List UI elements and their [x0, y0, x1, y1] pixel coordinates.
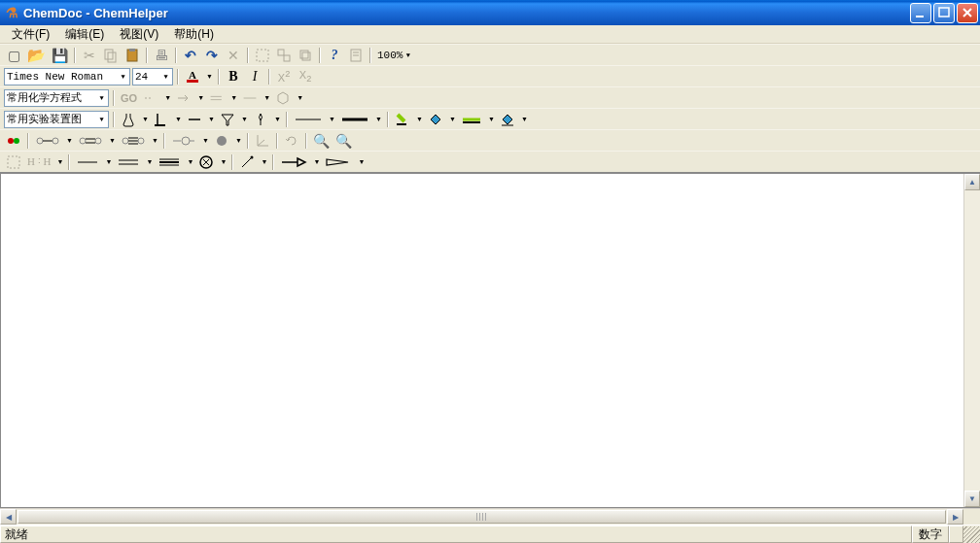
dropdown-arrow-icon[interactable]: ▼: [328, 116, 336, 122]
axis-button[interactable]: [253, 131, 272, 151]
delete-button[interactable]: ✕: [224, 46, 243, 65]
dropdown-arrow-icon[interactable]: ▼: [141, 116, 150, 122]
atom-red-button[interactable]: [4, 131, 23, 151]
equation-preset-combo[interactable]: 常用化学方程式 ▼: [4, 89, 109, 107]
dropdown-arrow-icon[interactable]: ▼: [415, 116, 424, 122]
dropdown-arrow-icon[interactable]: ▼: [108, 137, 117, 144]
dropdown-arrow-icon[interactable]: ▼: [520, 116, 529, 122]
font-color-button[interactable]: A: [183, 67, 202, 86]
close-button[interactable]: [957, 3, 978, 23]
document-canvas[interactable]: [1, 174, 963, 507]
dropdown-arrow-icon[interactable]: ▼: [229, 94, 238, 101]
font-combo[interactable]: Times New Roman ▼: [4, 68, 130, 85]
highlight-green-button[interactable]: [393, 110, 412, 129]
cond-4-button[interactable]: [240, 88, 260, 108]
select-button[interactable]: [4, 153, 23, 172]
pennant-button[interactable]: [323, 153, 354, 172]
dropdown-arrow-icon[interactable]: ▼: [163, 94, 172, 101]
bond-single-button[interactable]: [33, 131, 62, 151]
dropdown-arrow-icon[interactable]: ▼: [219, 158, 228, 165]
dropdown-arrow-icon[interactable]: ▼: [312, 158, 321, 165]
dropdown-arrow-icon[interactable]: ▼: [296, 94, 304, 101]
minimize-button[interactable]: [910, 3, 931, 23]
menu-edit[interactable]: 编辑(E): [57, 25, 112, 44]
benzene-button[interactable]: [273, 88, 293, 108]
scroll-down-button[interactable]: ▼: [964, 491, 980, 507]
superscript-button[interactable]: X2: [274, 67, 294, 86]
zoom-in-button[interactable]: 🔍: [311, 131, 332, 151]
group-button[interactable]: [253, 46, 272, 65]
vertical-scrollbar[interactable]: ▲ ▼: [963, 174, 980, 507]
properties-button[interactable]: [346, 46, 366, 65]
scroll-track[interactable]: [964, 190, 980, 491]
redo-button[interactable]: ↷: [202, 46, 222, 65]
layer-button[interactable]: [296, 46, 315, 65]
scroll-right-button[interactable]: ▶: [947, 509, 963, 525]
dropdown-arrow-icon[interactable]: ▼: [55, 158, 64, 165]
dropdown-arrow-icon[interactable]: ▼: [448, 116, 457, 122]
subscript-button[interactable]: X2: [296, 67, 315, 86]
dropdown-arrow-icon[interactable]: ▼: [151, 137, 159, 144]
dropdown-arrow-icon[interactable]: ▼: [374, 116, 383, 122]
dropdown-arrow-icon[interactable]: ▼: [262, 94, 271, 101]
dropdown-arrow-icon[interactable]: ▼: [487, 116, 496, 122]
flask-button[interactable]: [119, 110, 138, 129]
print-button[interactable]: 🖶: [152, 46, 171, 65]
line-thick-button[interactable]: [338, 110, 371, 129]
cond-3-button[interactable]: [207, 88, 227, 108]
dropdown-arrow-icon[interactable]: ▼: [174, 116, 183, 122]
dropdown-arrow-icon[interactable]: ▼: [201, 137, 210, 144]
fill-blue2-button[interactable]: [498, 110, 517, 129]
undo-button[interactable]: ↶: [181, 46, 200, 65]
ungroup-button[interactable]: [274, 46, 294, 65]
dropdown-arrow-icon[interactable]: ▼: [234, 137, 243, 144]
apparatus-preset-combo[interactable]: 常用实验装置图 ▼: [4, 111, 109, 128]
zoom-out-button[interactable]: 🔍: [333, 131, 354, 151]
bond-triple-button[interactable]: [119, 131, 148, 151]
rotate-button[interactable]: [282, 131, 301, 151]
dropdown-arrow-icon[interactable]: ▼: [65, 137, 74, 144]
menu-file[interactable]: 文件(F): [4, 25, 57, 44]
open-button[interactable]: 📂: [25, 46, 48, 65]
save-button[interactable]: 💾: [50, 46, 70, 65]
bond-line-button[interactable]: [74, 153, 101, 172]
menu-help[interactable]: 帮助(H): [166, 25, 222, 44]
burner-button[interactable]: [251, 110, 270, 129]
scroll-track[interactable]: [17, 509, 947, 525]
scroll-left-button[interactable]: ◀: [0, 509, 17, 525]
go-button[interactable]: GO: [119, 88, 139, 108]
bond-double-button[interactable]: [76, 131, 105, 151]
funnel-button[interactable]: [218, 110, 237, 129]
dropdown-arrow-icon[interactable]: ▼: [240, 116, 249, 122]
dropdown-arrow-icon[interactable]: ▼: [260, 158, 268, 165]
ring-button[interactable]: [196, 153, 216, 172]
help-button[interactable]: ?: [325, 46, 344, 65]
horizontal-scrollbar[interactable]: ◀ ▶: [0, 508, 980, 525]
atom-outline-button[interactable]: [169, 131, 198, 151]
zoom-combo[interactable]: 100% ▼: [375, 47, 430, 64]
stand-button[interactable]: [152, 110, 171, 129]
dropdown-arrow-icon[interactable]: ▼: [196, 94, 205, 101]
cond-2-button[interactable]: [174, 88, 193, 108]
dropdown-arrow-icon[interactable]: ▼: [145, 158, 154, 165]
dropdown-arrow-icon[interactable]: ▼: [207, 116, 216, 122]
diag-line-button[interactable]: [237, 153, 257, 172]
line-thin-button[interactable]: [292, 110, 325, 129]
italic-button[interactable]: I: [245, 67, 264, 86]
cond-1-button[interactable]: [141, 88, 160, 108]
dropdown-arrow-icon[interactable]: ▼: [273, 116, 282, 122]
atom-filled-button[interactable]: [212, 131, 231, 151]
scroll-up-button[interactable]: ▲: [964, 174, 980, 190]
bond-tpl-button[interactable]: [156, 153, 183, 172]
hh-button[interactable]: H ∶ H: [25, 153, 52, 172]
fill-blue-button[interactable]: [426, 110, 445, 129]
dropdown-arrow-icon[interactable]: ▼: [104, 158, 113, 165]
menu-view[interactable]: 视图(V): [112, 25, 166, 44]
cut-button[interactable]: ✂: [80, 46, 99, 65]
arrow-open-button[interactable]: [278, 153, 309, 172]
paste-button[interactable]: [122, 46, 142, 65]
bold-button[interactable]: B: [224, 67, 243, 86]
dropdown-arrow-icon[interactable]: ▼: [205, 73, 214, 80]
highlight-line-button[interactable]: [459, 110, 484, 129]
copy-button[interactable]: [101, 46, 121, 65]
